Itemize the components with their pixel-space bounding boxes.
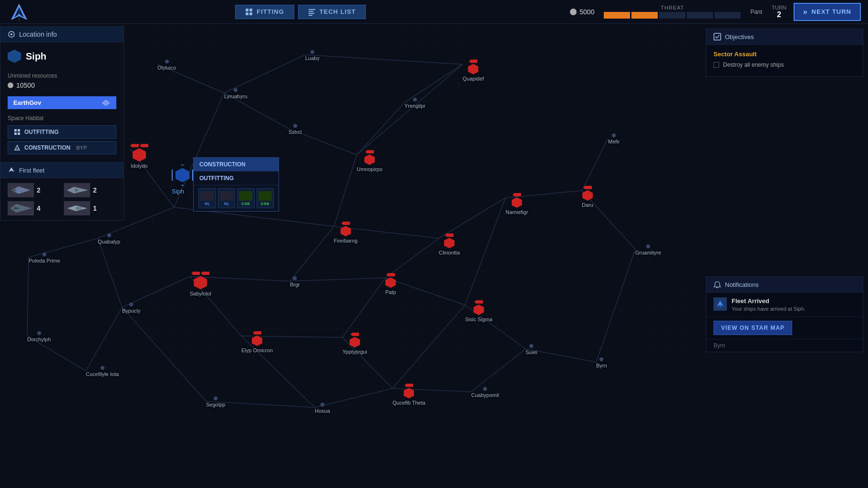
threat-seg-2 [631, 12, 658, 19]
fleet-item-2: 2 [64, 183, 116, 197]
ship-count-2: 2 [93, 186, 97, 194]
map-node-daru[interactable]: Daru [582, 186, 593, 208]
construction-button[interactable]: CONSTRUCTION byp [8, 141, 116, 154]
ship-silhouette-3 [8, 201, 34, 215]
map-node-ctinontta[interactable]: Ctinontta [439, 234, 460, 255]
svg-rect-58 [18, 132, 20, 135]
location-tab[interactable]: Location info [0, 27, 124, 42]
enemy-marker-elyp_omicron [252, 331, 262, 346]
svg-rect-7 [309, 13, 314, 14]
popup-construction-button[interactable]: CONSTRUCTION [194, 158, 279, 171]
ship-badge-1[interactable]: M| [198, 188, 216, 208]
svg-point-54 [10, 33, 12, 35]
enemy-marker-sabylolol [191, 272, 209, 289]
svg-rect-55 [14, 129, 17, 132]
objectives-content: Sector Assault Destroy all enemy ships [706, 45, 863, 76]
svg-rect-60 [76, 207, 82, 210]
objective-checkbox-1[interactable] [713, 62, 719, 68]
map-node-qucefib_theta[interactable]: Qucefib Theta [393, 384, 425, 406]
objective-item-1: Destroy all enemy ships [713, 61, 856, 68]
techlist-button[interactable]: TECH LIST [298, 5, 366, 19]
enemy-marker-quapidef [468, 60, 478, 74]
map-node-quapidef[interactable]: Quapidef [463, 60, 484, 81]
ship-badge-3[interactable]: CSE [237, 188, 255, 208]
planet-name: Siph [26, 51, 46, 62]
ship-icons-row: M| M| CSE CSE [194, 185, 279, 211]
map-node-cucefilyle_iota[interactable]: Cucefilyle Iota [86, 366, 119, 377]
map-node-fireibarng[interactable]: Fireibarng [334, 222, 358, 244]
faction-bar: EarthGov [8, 96, 116, 109]
map-node-namiefigr[interactable]: Namiefigr [506, 193, 528, 215]
ship-badge-2[interactable]: M| [218, 188, 236, 208]
fleet-item-4: 1 [64, 201, 116, 215]
faction-emblem [101, 100, 111, 106]
map-node-sabylolol[interactable]: Sabylolol [190, 272, 211, 296]
map-node-brgr[interactable]: Brgr [290, 276, 300, 287]
next-turn-button[interactable]: » NEXT TURN [794, 3, 861, 21]
popup-outfitting-button[interactable]: OUTFITTING [194, 172, 279, 185]
threat-label: THREAT [604, 5, 741, 10]
view-starmap-button[interactable]: VIEW ON STAR MAP [713, 321, 792, 335]
svg-rect-1 [246, 9, 248, 11]
map-grid [0, 24, 868, 488]
station-label: Space Habitat [8, 115, 116, 122]
map-node-umnopirpo[interactable]: Umnopirpo [357, 150, 382, 172]
svg-rect-5 [309, 9, 315, 10]
svg-rect-2 [249, 9, 252, 11]
notification-text: Fleet Arrived Your ships have arrived at… [732, 297, 856, 312]
notifications-header: Notifications [706, 277, 863, 293]
siph-hex [172, 164, 193, 186]
map-node-cuabypomil[interactable]: Cuabypomil [471, 387, 499, 398]
threat-panel: THREAT Pant [604, 5, 762, 19]
objectives-header: Objectives [706, 29, 863, 45]
map-node-sstrcl[interactable]: Sstrcl [289, 124, 302, 135]
map-node-poleda_prime[interactable]: Poleda Prime [29, 253, 60, 264]
notification-item-1: Fleet Arrived Your ships have arrived at… [706, 293, 863, 317]
threat-seg-4 [687, 12, 713, 19]
map-node-dorchylph[interactable]: Dorchylph [27, 331, 51, 342]
ship-silhouette-2 [64, 183, 90, 197]
map-node-mefir[interactable]: Mefir [608, 133, 620, 144]
fleet-header[interactable]: First fleet [0, 163, 124, 178]
svg-rect-57 [14, 132, 17, 135]
map-node-suiei[interactable]: Suiei [526, 344, 537, 355]
outfitting-button[interactable]: OUTFITTING [8, 125, 116, 139]
ship-badge-4[interactable]: CSE [257, 188, 274, 208]
threat-seg-5 [714, 12, 741, 19]
siph-label: Siph [172, 188, 193, 195]
svg-rect-6 [309, 11, 313, 12]
ship-silhouette-1 [8, 183, 34, 197]
credit-icon [570, 9, 577, 15]
fleet-icon [8, 166, 15, 174]
map-node-elyp_omicron[interactable]: Elyp Omicron [241, 331, 273, 353]
map-node-husua[interactable]: Husua [315, 403, 330, 414]
turn-info: TURN 2 » NEXT TURN [772, 3, 861, 21]
enemy-marker-fireibarng [341, 222, 351, 236]
location-icon [8, 30, 15, 38]
map-node-byrn[interactable]: Byrn [596, 357, 607, 368]
fleet-panel: First fleet 2 2 [0, 162, 124, 221]
map-node-quabalyp[interactable]: Quabalyp [98, 234, 120, 244]
fleet-item-1: 2 [8, 183, 60, 197]
svg-rect-61 [714, 33, 721, 40]
siph-hex-inner [176, 168, 190, 183]
enemy-marker-ctinontta [444, 234, 455, 248]
map-node-palp[interactable]: Palp [385, 273, 396, 295]
fitting-button[interactable]: FITTING [235, 5, 294, 19]
ship-count-3: 4 [37, 204, 41, 212]
siph-selected-node[interactable]: Siph [172, 164, 193, 195]
map-node-sisic_sigma[interactable]: Sisic Sigma [465, 300, 492, 322]
ship-silhouette-4 [64, 201, 90, 215]
map-node-ypptyprgui[interactable]: Ypptyprgui [342, 333, 367, 355]
map-node-idolydo[interactable]: Idolydo [130, 144, 148, 169]
map-node-segolpp[interactable]: Segolpp [206, 396, 225, 407]
top-right-area: 5000 THREAT Pant TURN 2 » [570, 3, 861, 21]
map-node-luaby[interactable]: Luaby [305, 50, 320, 61]
map-node-bypucly[interactable]: Bypucly [122, 303, 141, 314]
map-node-yrengilpr[interactable]: Yrengilpr [404, 98, 425, 109]
map-node-lyruabyru[interactable]: Lyruabyru [224, 88, 248, 99]
map-node-gruamityre[interactable]: Gruamityre [635, 244, 661, 255]
construction-icon [14, 144, 21, 151]
map-node-olyluico[interactable]: Olyluico [157, 60, 176, 71]
threat-seg-1 [604, 12, 630, 19]
